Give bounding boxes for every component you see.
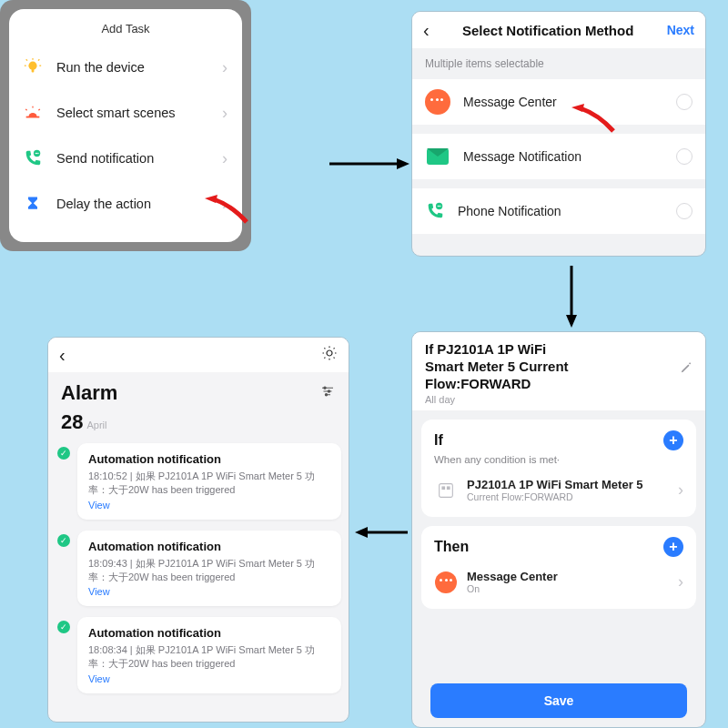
back-button[interactable]: ‹ <box>59 345 66 366</box>
view-link[interactable]: View <box>88 586 330 597</box>
if-subtitle: When any condition is met· <box>434 454 683 465</box>
task-row-label: Run the device <box>56 60 222 75</box>
svg-marker-32 <box>355 527 368 538</box>
svg-point-17 <box>440 206 440 207</box>
panel4-header: ‹ <box>48 338 349 372</box>
view-link[interactable]: View <box>88 500 330 511</box>
alarm-title: Alarm <box>61 381 319 405</box>
automation-config-panel: If PJ2101A 1P WiFi Smart Meter 5 Current… <box>411 331 706 728</box>
gear-icon[interactable] <box>321 345 338 366</box>
message-bubble-icon <box>434 571 458 594</box>
day-number: 28 <box>61 410 83 433</box>
notif-row-message-center[interactable]: Message Center <box>412 79 705 125</box>
list-item: ✓ Automation notification 18:09:43 | 如果 … <box>56 531 341 607</box>
then-title: Then <box>434 539 663 555</box>
svg-point-15 <box>438 206 439 207</box>
action-sub: On <box>467 583 678 594</box>
bulb-icon <box>22 56 44 78</box>
radio-unchecked[interactable] <box>676 94 693 110</box>
hourglass-icon <box>22 193 44 215</box>
task-row-send-notification[interactable]: Send notification › <box>9 136 242 181</box>
svg-point-11 <box>35 153 36 154</box>
add-action-button[interactable]: + <box>663 537 683 557</box>
flow-arrow-right-icon <box>328 155 410 173</box>
filter-icon[interactable] <box>319 383 336 403</box>
task-row-smart-scenes[interactable]: Select smart scenes › <box>9 90 242 136</box>
notif-row-message-notification[interactable]: Message Notification <box>412 134 705 179</box>
check-dot-icon: ✓ <box>57 534 70 547</box>
pointer-arrow-icon <box>571 104 617 135</box>
alarm-card[interactable]: Automation notification 18:09:43 | 如果 PJ… <box>77 531 341 607</box>
notif-row-label: Message Center <box>463 95 676 109</box>
radio-unchecked[interactable] <box>676 148 693 165</box>
svg-point-13 <box>37 153 38 154</box>
message-bubble-icon <box>425 89 450 115</box>
condition-row[interactable]: PJ2101A 1P WiFi Smart Meter 5 Current Fl… <box>434 465 683 511</box>
all-day-label: All day <box>425 394 693 405</box>
svg-rect-18 <box>440 483 453 497</box>
panel3-header: If PJ2101A 1P WiFi Smart Meter 5 Current… <box>412 332 705 410</box>
alarm-card-body: 18:08:34 | 如果 PJ2101A 1P WiFi Smart Mete… <box>88 643 330 671</box>
chevron-right-icon: › <box>222 58 228 77</box>
alarm-card-body: 18:10:52 | 如果 PJ2101A 1P WiFi Smart Mete… <box>88 470 330 497</box>
then-card: Then + Message Center On › <box>421 526 696 609</box>
envelope-icon <box>425 144 450 169</box>
add-condition-button[interactable]: + <box>663 430 683 450</box>
task-row-run-device[interactable]: Run the device › <box>9 45 242 90</box>
if-card: If + When any condition is met· PJ2101A … <box>421 420 696 517</box>
action-row[interactable]: Message Center On › <box>434 557 683 603</box>
add-task-title: Add Task <box>9 16 242 45</box>
notif-row-phone-notification[interactable]: Phone Notification <box>412 188 705 234</box>
alarm-card[interactable]: Automation notification 18:08:34 | 如果 PJ… <box>77 617 341 693</box>
notif-row-label: Message Notification <box>463 149 676 164</box>
save-button[interactable]: Save <box>430 683 687 718</box>
view-link[interactable]: View <box>88 673 330 684</box>
pointer-arrow-icon <box>205 195 250 226</box>
svg-rect-20 <box>447 486 450 490</box>
device-icon <box>434 479 458 502</box>
month-label: April <box>86 420 106 430</box>
select-notification-panel: ‹ Select Notification Method Next Multip… <box>411 11 706 257</box>
task-row-label: Select smart scenes <box>56 106 222 120</box>
back-button[interactable]: ‹ <box>423 20 430 41</box>
panel2-title: Select Notification Method <box>430 23 667 38</box>
chevron-right-icon: › <box>222 149 228 168</box>
svg-rect-1 <box>32 69 35 73</box>
automation-title: If PJ2101A 1P WiFi Smart Meter 5 Current… <box>425 341 693 392</box>
radio-unchecked[interactable] <box>676 203 693 219</box>
svg-point-24 <box>324 387 326 389</box>
panel2-subtitle: Multiple items selectable <box>412 48 705 79</box>
alarm-card[interactable]: Automation notification 18:10:52 | 如果 PJ… <box>77 443 341 520</box>
check-dot-icon: ✓ <box>57 447 70 460</box>
svg-line-9 <box>38 109 39 110</box>
check-dot-icon: ✓ <box>57 621 70 633</box>
svg-marker-28 <box>397 158 410 169</box>
flow-arrow-left-icon <box>355 523 410 541</box>
panel2-header: ‹ Select Notification Method Next <box>412 12 705 48</box>
title-line: Smart Meter 5 Current <box>425 359 569 374</box>
action-title: Message Center <box>467 570 678 583</box>
svg-point-0 <box>28 62 36 70</box>
flow-arrow-down-icon <box>562 264 581 328</box>
alarm-card-title: Automation notification <box>88 452 330 466</box>
sunrise-icon <box>22 102 44 124</box>
svg-point-26 <box>325 394 327 396</box>
next-button[interactable]: Next <box>667 23 694 37</box>
title-line: If PJ2101A 1P WiFi <box>425 341 546 357</box>
list-item: ✓ Automation notification 18:10:52 | 如果 … <box>56 443 341 520</box>
chevron-right-icon: › <box>678 572 683 592</box>
alarm-card-body: 18:09:43 | 如果 PJ2101A 1P WiFi Smart Mete… <box>88 557 330 584</box>
svg-point-12 <box>36 153 37 154</box>
chevron-right-icon: › <box>222 104 228 123</box>
chevron-right-icon: › <box>678 480 683 500</box>
alarm-card-title: Automation notification <box>88 626 330 640</box>
phone-bubble-icon <box>22 147 44 169</box>
task-row-label: Send notification <box>56 151 222 166</box>
list-item: ✓ Automation notification 18:08:34 | 如果 … <box>56 617 341 693</box>
svg-line-6 <box>38 59 39 60</box>
edit-icon[interactable] <box>680 361 693 377</box>
svg-point-16 <box>439 206 440 207</box>
svg-marker-30 <box>566 315 577 328</box>
svg-line-8 <box>25 109 26 110</box>
task-row-label: Delay the action <box>56 197 222 211</box>
